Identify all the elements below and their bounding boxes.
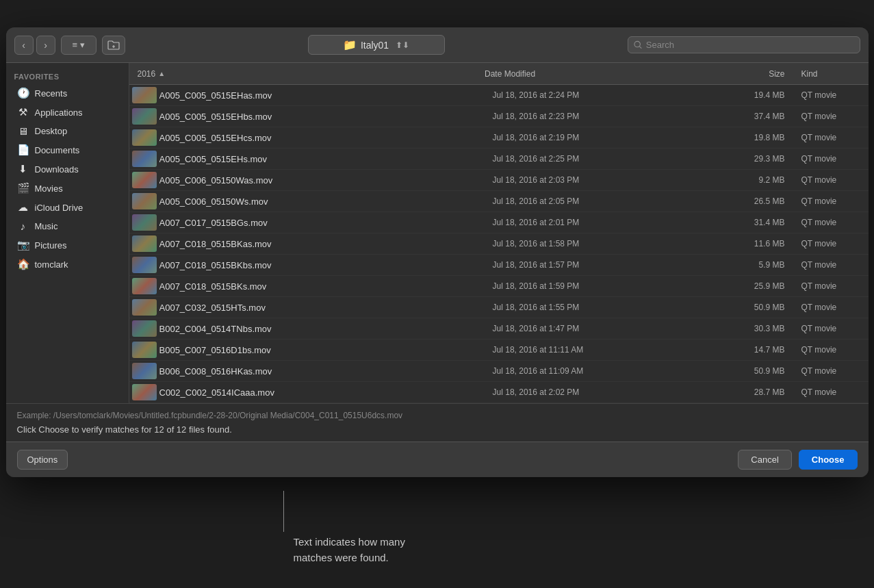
table-row[interactable]: A005_C006_05150Ws.mov Jul 18, 2016 at 2:…	[129, 191, 869, 212]
file-date: Jul 18, 2016 at 2:02 PM	[485, 387, 725, 397]
folder-icon: 📁	[343, 38, 357, 51]
file-thumbnail	[132, 320, 157, 337]
table-row[interactable]: B005_C007_0516D1bs.mov Jul 18, 2016 at 1…	[129, 340, 869, 361]
file-thumbnail	[132, 108, 157, 125]
column-kind-header[interactable]: Kind	[793, 69, 869, 79]
new-folder-button[interactable]	[102, 36, 125, 55]
sidebar-item-documents[interactable]: 📄 Documents	[9, 140, 126, 159]
file-date: Jul 18, 2016 at 1:58 PM	[485, 239, 725, 248]
choose-button[interactable]: Choose	[799, 450, 858, 470]
sidebar-item-recents[interactable]: 🕐 Recents	[9, 84, 126, 103]
column-date-header[interactable]: Date Modified	[476, 69, 724, 79]
file-name: A007_C018_0515BKbs.mov	[159, 260, 485, 270]
sidebar-item-label: Desktop	[35, 126, 68, 136]
sidebar-item-tomclark[interactable]: 🏠 tomclark	[9, 255, 126, 274]
file-thumbnail	[132, 151, 157, 167]
file-date: Jul 18, 2016 at 2:23 PM	[485, 112, 725, 121]
file-list-header: 2016 ▲ Date Modified Size Kind	[129, 63, 869, 85]
file-size: 26.5 MB	[725, 196, 793, 206]
file-list-container: 2016 ▲ Date Modified Size Kind A005_C005…	[129, 63, 869, 403]
column-size-header[interactable]: Size	[725, 69, 793, 79]
file-thumbnail	[132, 129, 157, 146]
table-row[interactable]: B006_C008_0516HKas.mov Jul 18, 2016 at 1…	[129, 361, 869, 382]
annotation-area: Text indicates how many matches were fou…	[6, 477, 869, 565]
applications-icon: ⚒	[17, 106, 29, 118]
file-name: A007_C017_0515BGs.mov	[159, 218, 485, 228]
table-row[interactable]: A007_C017_0515BGs.mov Jul 18, 2016 at 2:…	[129, 212, 869, 233]
column-name-header[interactable]: 2016 ▲	[129, 69, 477, 79]
back-button[interactable]: ‹	[14, 36, 34, 55]
file-size: 5.9 MB	[725, 260, 793, 270]
file-name: A005_C005_0515EHs.mov	[159, 154, 485, 164]
table-row[interactable]: A007_C018_0515BKbs.mov Jul 18, 2016 at 1…	[129, 255, 869, 276]
file-size: 14.7 MB	[725, 345, 793, 355]
file-date: Jul 18, 2016 at 11:09 AM	[485, 366, 725, 376]
file-kind: QT movie	[793, 345, 869, 355]
sidebar-item-pictures[interactable]: 📷 Pictures	[9, 235, 126, 255]
annotation-line: Text indicates how many matches were fou…	[6, 491, 405, 565]
sidebar-item-desktop[interactable]: 🖥 Desktop	[9, 122, 126, 140]
file-name: B006_C008_0516HKas.mov	[159, 366, 485, 376]
table-row[interactable]: A007_C032_0515HTs.mov Jul 18, 2016 at 1:…	[129, 297, 869, 318]
music-icon: ♪	[17, 220, 29, 232]
file-kind: QT movie	[793, 366, 869, 376]
sidebar-item-downloads[interactable]: ⬇ Downloads	[9, 159, 126, 179]
table-row[interactable]: A005_C005_0515EHs.mov Jul 18, 2016 at 2:…	[129, 149, 869, 170]
file-thumbnail	[132, 214, 157, 231]
file-size: 29.3 MB	[725, 154, 793, 164]
file-size: 37.4 MB	[725, 112, 793, 121]
table-row[interactable]: A007_C018_0515BKas.mov Jul 18, 2016 at 1…	[129, 233, 869, 255]
table-row[interactable]: A005_C006_05150Was.mov Jul 18, 2016 at 2…	[129, 170, 869, 191]
search-bar[interactable]	[628, 36, 860, 53]
forward-button[interactable]: ›	[36, 36, 55, 55]
file-kind: QT movie	[793, 175, 869, 185]
table-row[interactable]: A007_C018_0515BKs.mov Jul 18, 2016 at 1:…	[129, 276, 869, 297]
search-input[interactable]	[646, 40, 854, 50]
sidebar-item-applications[interactable]: ⚒ Applications	[9, 103, 126, 122]
sidebar-item-music[interactable]: ♪ Music	[9, 217, 126, 235]
sidebar-item-label: iCloud Drive	[35, 203, 83, 213]
table-row[interactable]: A005_C005_0515EHcs.mov Jul 18, 2016 at 2…	[129, 127, 869, 149]
file-kind: QT movie	[793, 218, 869, 227]
favorites-label: Favorites	[6, 68, 129, 84]
file-date: Jul 18, 2016 at 2:03 PM	[485, 175, 725, 185]
file-size: 50.9 MB	[725, 366, 793, 376]
pictures-icon: 📷	[17, 239, 29, 251]
file-size: 30.3 MB	[725, 324, 793, 333]
options-button[interactable]: Options	[17, 450, 68, 470]
sidebar-item-movies[interactable]: 🎬 Movies	[9, 179, 126, 198]
file-size: 19.4 MB	[725, 90, 793, 100]
view-options-button[interactable]: ≡ ▾	[61, 36, 97, 55]
table-row[interactable]: C002_C002_0514ICaaa.mov Jul 18, 2016 at …	[129, 382, 869, 403]
sidebar-item-icloud[interactable]: ☁ iCloud Drive	[9, 198, 126, 217]
file-kind: QT movie	[793, 281, 869, 291]
toolbar: ‹ › ≡ ▾ 📁 Italy01 ⬆⬇	[6, 27, 869, 63]
file-name: A007_C018_0515BKas.mov	[159, 239, 485, 249]
table-row[interactable]: B002_C004_0514TNbs.mov Jul 18, 2016 at 1…	[129, 318, 869, 340]
chevron-updown-icon: ⬆⬇	[396, 40, 409, 50]
sidebar: Favorites 🕐 Recents ⚒ Applications 🖥 Des…	[6, 63, 129, 403]
file-date: Jul 18, 2016 at 1:55 PM	[485, 303, 725, 312]
file-date: Jul 18, 2016 at 2:01 PM	[485, 218, 725, 227]
file-date: Jul 18, 2016 at 1:59 PM	[485, 281, 725, 291]
file-date: Jul 18, 2016 at 1:47 PM	[485, 324, 725, 333]
file-size: 11.6 MB	[725, 239, 793, 248]
file-thumbnail	[132, 172, 157, 188]
sidebar-item-label: Downloads	[35, 164, 79, 175]
file-size: 25.9 MB	[725, 281, 793, 291]
cancel-button[interactable]: Cancel	[738, 450, 791, 470]
file-thumbnail	[132, 384, 157, 400]
file-name: A007_C032_0515HTs.mov	[159, 303, 485, 313]
right-buttons: Cancel Choose	[738, 450, 857, 470]
sidebar-item-label: Documents	[35, 145, 80, 155]
table-row[interactable]: A005_C005_0515EHbs.mov Jul 18, 2016 at 2…	[129, 106, 869, 127]
file-name: A005_C006_05150Ws.mov	[159, 196, 485, 207]
file-kind: QT movie	[793, 196, 869, 206]
table-row[interactable]: A005_C005_0515EHas.mov Jul 18, 2016 at 2…	[129, 85, 869, 106]
file-date: Jul 18, 2016 at 2:19 PM	[485, 133, 725, 142]
match-text: Click Choose to verify matches for 12 of…	[17, 424, 858, 435]
icloud-icon: ☁	[17, 201, 29, 214]
file-thumbnail	[132, 278, 157, 294]
file-date: Jul 18, 2016 at 2:25 PM	[485, 154, 725, 164]
location-dropdown[interactable]: 📁 Italy01 ⬆⬇	[308, 35, 445, 55]
